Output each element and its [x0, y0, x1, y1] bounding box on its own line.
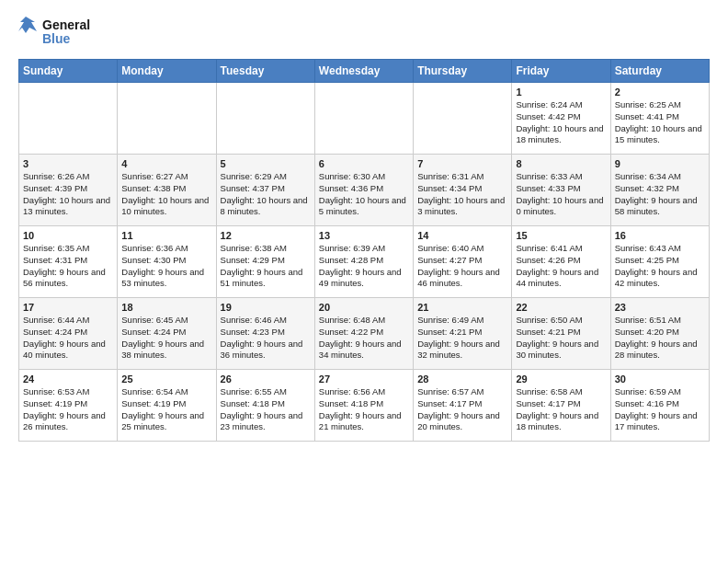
day-info: Sunset: 4:21 PM: [417, 327, 507, 339]
day-info: Sunrise: 6:43 AM: [615, 243, 705, 255]
day-info: Sunset: 4:23 PM: [221, 327, 311, 339]
day-info: Sunrise: 6:59 AM: [615, 386, 705, 398]
day-info: Daylight: 9 hours and 44 minutes.: [516, 267, 606, 291]
day-info: Daylight: 9 hours and 28 minutes.: [615, 339, 705, 362]
day-info: Sunrise: 6:33 AM: [516, 171, 606, 183]
calendar-week-row: 24Sunrise: 6:53 AMSunset: 4:19 PMDayligh…: [19, 370, 710, 442]
day-number: 17: [23, 302, 113, 313]
day-info: Sunrise: 6:34 AM: [615, 171, 705, 183]
calendar-cell: [19, 83, 118, 155]
day-info: Sunrise: 6:45 AM: [121, 315, 211, 327]
day-info: Daylight: 10 hours and 3 minutes.: [417, 195, 507, 219]
calendar-cell: 23Sunrise: 6:51 AMSunset: 4:20 PMDayligh…: [610, 298, 709, 370]
header: General Blue: [18, 15, 710, 50]
day-number: 22: [516, 302, 606, 313]
day-info: Sunset: 4:19 PM: [23, 398, 113, 410]
day-info: Sunset: 4:36 PM: [319, 183, 409, 195]
day-info: Sunset: 4:38 PM: [121, 183, 211, 195]
day-number: 29: [516, 373, 606, 385]
day-info: Daylight: 9 hours and 36 minutes.: [221, 339, 311, 362]
calendar-cell: 19Sunrise: 6:46 AMSunset: 4:23 PMDayligh…: [216, 298, 314, 370]
calendar-cell: 10Sunrise: 6:35 AMSunset: 4:31 PMDayligh…: [19, 226, 118, 298]
day-info: Sunrise: 6:24 AM: [516, 99, 606, 111]
day-info: Sunrise: 6:31 AM: [417, 171, 507, 183]
calendar-header-row: SundayMondayTuesdayWednesdayThursdayFrid…: [19, 60, 710, 83]
day-info: Sunrise: 6:57 AM: [417, 386, 507, 398]
day-info: Sunrise: 6:38 AM: [221, 243, 311, 255]
day-info: Daylight: 10 hours and 15 minutes.: [615, 123, 705, 147]
day-number: 26: [221, 373, 311, 385]
calendar-cell: 25Sunrise: 6:54 AMSunset: 4:19 PMDayligh…: [118, 370, 216, 442]
day-info: Sunset: 4:18 PM: [319, 398, 409, 410]
calendar-cell: 3Sunrise: 6:26 AMSunset: 4:39 PMDaylight…: [19, 155, 118, 226]
day-number: 20: [319, 302, 409, 313]
day-info: Sunrise: 6:30 AM: [319, 171, 409, 183]
calendar-cell: 27Sunrise: 6:56 AMSunset: 4:18 PMDayligh…: [314, 370, 413, 442]
day-info: Daylight: 10 hours and 0 minutes.: [516, 195, 606, 219]
day-info: Sunset: 4:17 PM: [417, 398, 507, 410]
calendar-cell: 28Sunrise: 6:57 AMSunset: 4:17 PMDayligh…: [414, 370, 512, 442]
calendar-week-row: 17Sunrise: 6:44 AMSunset: 4:24 PMDayligh…: [19, 298, 710, 370]
day-info: Sunset: 4:24 PM: [23, 327, 113, 339]
weekday-header: Saturday: [610, 60, 709, 83]
day-info: Sunrise: 6:35 AM: [23, 243, 113, 255]
weekday-header: Tuesday: [216, 60, 314, 83]
calendar-cell: 30Sunrise: 6:59 AMSunset: 4:16 PMDayligh…: [610, 370, 709, 442]
calendar-cell: [216, 83, 314, 155]
day-info: Daylight: 10 hours and 10 minutes.: [121, 195, 211, 219]
day-number: 19: [221, 302, 311, 313]
calendar-cell: 8Sunrise: 6:33 AMSunset: 4:33 PMDaylight…: [512, 155, 610, 226]
calendar-cell: 12Sunrise: 6:38 AMSunset: 4:29 PMDayligh…: [216, 226, 314, 298]
day-number: 16: [615, 230, 705, 241]
day-info: Sunset: 4:39 PM: [23, 183, 113, 195]
day-number: 18: [121, 302, 211, 313]
day-number: 25: [121, 373, 211, 385]
day-info: Sunset: 4:21 PM: [516, 327, 606, 339]
svg-text:Blue: Blue: [42, 31, 71, 46]
day-info: Daylight: 9 hours and 53 minutes.: [121, 267, 211, 291]
day-info: Daylight: 9 hours and 40 minutes.: [23, 339, 113, 362]
logo: General Blue: [18, 15, 101, 50]
day-info: Sunrise: 6:36 AM: [121, 243, 211, 255]
day-info: Sunrise: 6:48 AM: [319, 315, 409, 327]
day-number: 8: [516, 158, 606, 169]
day-info: Sunrise: 6:25 AM: [615, 99, 705, 111]
day-number: 14: [417, 230, 507, 241]
day-info: Sunrise: 6:53 AM: [23, 386, 113, 398]
day-info: Daylight: 9 hours and 26 minutes.: [23, 410, 113, 434]
calendar-cell: 16Sunrise: 6:43 AMSunset: 4:25 PMDayligh…: [610, 226, 709, 298]
day-number: 2: [615, 86, 705, 98]
calendar-cell: 11Sunrise: 6:36 AMSunset: 4:30 PMDayligh…: [118, 226, 216, 298]
day-info: Daylight: 9 hours and 46 minutes.: [417, 267, 507, 291]
calendar-cell: 5Sunrise: 6:29 AMSunset: 4:37 PMDaylight…: [216, 155, 314, 226]
day-number: 24: [23, 373, 113, 385]
calendar-cell: 24Sunrise: 6:53 AMSunset: 4:19 PMDayligh…: [19, 370, 118, 442]
calendar-cell: 2Sunrise: 6:25 AMSunset: 4:41 PMDaylight…: [610, 83, 709, 155]
day-info: Daylight: 9 hours and 34 minutes.: [319, 339, 409, 362]
logo-svg: General Blue: [18, 15, 101, 50]
day-info: Sunset: 4:33 PM: [516, 183, 606, 195]
day-info: Sunset: 4:27 PM: [417, 255, 507, 267]
weekday-header: Thursday: [414, 60, 512, 83]
day-info: Daylight: 9 hours and 20 minutes.: [417, 410, 507, 434]
calendar-week-row: 10Sunrise: 6:35 AMSunset: 4:31 PMDayligh…: [19, 226, 710, 298]
day-info: Sunrise: 6:55 AM: [221, 386, 311, 398]
day-number: 1: [516, 86, 606, 98]
day-info: Sunrise: 6:56 AM: [319, 386, 409, 398]
day-info: Daylight: 10 hours and 13 minutes.: [23, 195, 113, 219]
page: General Blue SundayMondayTuesdayWednesda…: [0, 0, 728, 563]
calendar-table: SundayMondayTuesdayWednesdayThursdayFrid…: [18, 59, 710, 442]
calendar-cell: [118, 83, 216, 155]
day-info: Sunset: 4:18 PM: [221, 398, 311, 410]
day-info: Daylight: 9 hours and 23 minutes.: [221, 410, 311, 434]
calendar-cell: 7Sunrise: 6:31 AMSunset: 4:34 PMDaylight…: [414, 155, 512, 226]
day-info: Sunset: 4:42 PM: [516, 111, 606, 123]
day-info: Daylight: 9 hours and 42 minutes.: [615, 267, 705, 291]
day-info: Sunset: 4:37 PM: [221, 183, 311, 195]
day-info: Sunset: 4:28 PM: [319, 255, 409, 267]
calendar-cell: 20Sunrise: 6:48 AMSunset: 4:22 PMDayligh…: [314, 298, 413, 370]
weekday-header: Wednesday: [314, 60, 413, 83]
calendar-cell: [314, 83, 413, 155]
calendar-cell: 21Sunrise: 6:49 AMSunset: 4:21 PMDayligh…: [414, 298, 512, 370]
day-info: Sunrise: 6:41 AM: [516, 243, 606, 255]
